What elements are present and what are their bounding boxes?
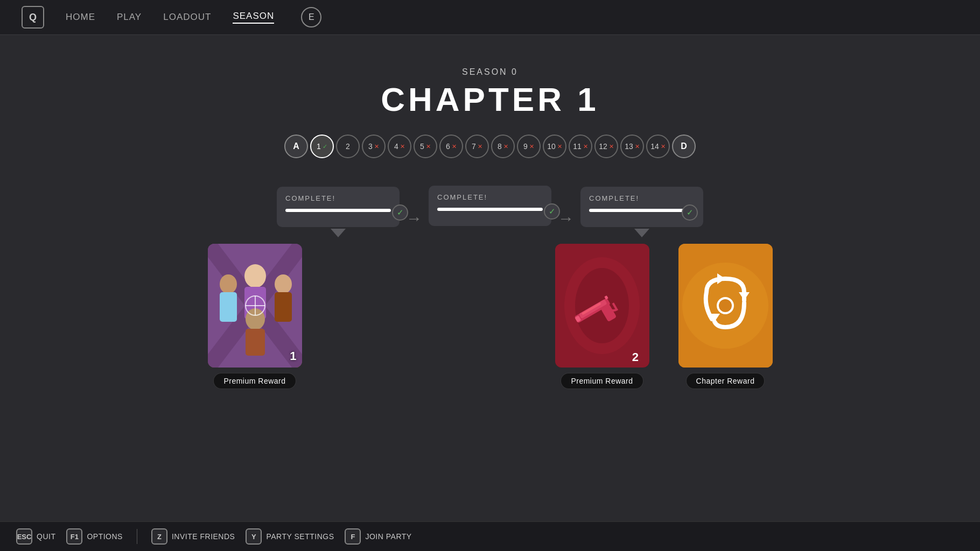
node-12-label: 12 (599, 142, 607, 151)
party-settings-button[interactable]: Y PARTY SETTINGS (246, 528, 334, 545)
reward-1-number: 1 (290, 349, 296, 363)
invite-friends-button[interactable]: Z INVITE FRIENDS (151, 528, 235, 545)
card-3-art (678, 244, 773, 368)
divider-1 (137, 529, 137, 544)
node-9-x: ✕ (529, 143, 534, 150)
reward-group-2: 2 Premium Reward (555, 244, 649, 389)
node-13-label: 13 (625, 142, 633, 151)
node-7-x: ✕ (478, 143, 482, 150)
characters-art: 1 (208, 244, 302, 368)
reward-3-label: Chapter Reward (686, 373, 765, 389)
reward-1-label: Premium Reward (213, 373, 296, 389)
node-2[interactable]: 2 (336, 135, 360, 158)
node-d[interactable]: D (672, 135, 696, 158)
node-8-x: ✕ (503, 143, 508, 150)
milestone-2: COMPLETE! ✓ (429, 186, 551, 238)
chapter-title: CHAPTER 1 (381, 80, 599, 118)
nav-play[interactable]: PLAY (117, 12, 142, 23)
node-7[interactable]: 7 ✕ (465, 135, 489, 158)
reward-group-1: 1 Premium Reward (208, 244, 302, 389)
node-10[interactable]: 10 ✕ (543, 135, 566, 158)
node-6-x: ✕ (452, 143, 457, 150)
nav-season[interactable]: SEASON (233, 11, 274, 24)
milestone-2-progress (437, 208, 543, 211)
milestone-3-check: ✓ (682, 204, 698, 221)
node-10-label: 10 (547, 142, 556, 151)
card-2-art: 2 (555, 244, 649, 368)
quit-label: QUIT (37, 532, 55, 541)
node-11[interactable]: 11 ✕ (569, 135, 592, 158)
node-3[interactable]: 3 ✕ (362, 135, 386, 158)
reward-group-3: Chapter Reward (678, 244, 773, 389)
reward-card-2[interactable]: 2 (555, 244, 649, 368)
nav-home[interactable]: HOME (66, 12, 95, 23)
node-5[interactable]: 5 ✕ (414, 135, 437, 158)
node-6-label: 6 (446, 142, 450, 151)
node-5-x: ✕ (426, 143, 431, 150)
node-13-x: ✕ (635, 143, 640, 150)
node-7-label: 7 (472, 142, 476, 151)
node-d-label: D (681, 142, 687, 151)
node-14-label: 14 (650, 142, 659, 151)
node-14-x: ✕ (661, 143, 666, 150)
milestone-1-label: COMPLETE! (285, 194, 391, 202)
node-a-label: A (293, 142, 299, 151)
reward-card-3[interactable] (678, 244, 773, 368)
svg-rect-8 (275, 292, 292, 322)
milestone-3-box: COMPLETE! ✓ (580, 187, 703, 227)
node-6[interactable]: 6 ✕ (439, 135, 463, 158)
node-5-label: 5 (420, 142, 424, 151)
options-label: OPTIONS (87, 532, 123, 541)
rewards-row: 1 Premium Reward (167, 244, 813, 389)
esc-key: ESC (16, 528, 32, 545)
quit-button[interactable]: ESC QUIT (16, 528, 55, 545)
options-button[interactable]: F1 OPTIONS (66, 528, 123, 545)
milestones-row: COMPLETE! ✓ → COMPLETE! ✓ (277, 180, 703, 244)
milestone-2-fill (437, 208, 543, 211)
svg-point-3 (244, 264, 266, 288)
milestone-2-check: ✓ (544, 203, 560, 220)
nav-logo[interactable]: Q (22, 6, 44, 29)
node-1[interactable]: 1 ✓ (310, 135, 334, 158)
node-12[interactable]: 12 ✕ (594, 135, 618, 158)
e-icon: E (309, 12, 314, 22)
card-1-art (208, 244, 302, 368)
milestone-2-label: COMPLETE! (437, 193, 543, 201)
node-13[interactable]: 13 ✕ (620, 135, 644, 158)
node-10-x: ✕ (557, 143, 562, 150)
svg-text:2: 2 (632, 350, 638, 364)
milestone-1-check: ✓ (392, 204, 408, 221)
node-9-label: 9 (523, 142, 528, 151)
nav-loadout[interactable]: LOADOUT (163, 12, 211, 23)
milestone-3-label: COMPLETE! (589, 194, 695, 202)
milestone-1-progress (285, 209, 391, 212)
node-11-label: 11 (573, 142, 582, 151)
milestone-2-box: COMPLETE! ✓ (429, 186, 551, 226)
node-3-label: 3 (368, 142, 373, 151)
node-8-label: 8 (498, 142, 502, 151)
node-14[interactable]: 14 ✕ (646, 135, 670, 158)
svg-point-7 (275, 274, 292, 294)
node-3-x: ✕ (374, 143, 379, 150)
nav-right-icon[interactable]: E (301, 7, 321, 27)
svg-rect-6 (220, 292, 237, 322)
milestone-3-fill (589, 209, 695, 212)
svg-rect-10 (246, 329, 265, 356)
node-1-check: ✓ (323, 143, 327, 150)
svg-point-5 (220, 274, 237, 294)
party-settings-label: PARTY SETTINGS (266, 532, 334, 541)
join-party-button[interactable]: F JOIN PARTY (345, 528, 411, 545)
node-9[interactable]: 9 ✕ (517, 135, 541, 158)
chapter-nodes: A 1 ✓ 2 3 ✕ 4 ✕ (284, 135, 696, 158)
milestone-3-arrow (634, 229, 649, 237)
node-a[interactable]: A (284, 135, 308, 158)
milestone-1-box: COMPLETE! ✓ (277, 187, 400, 227)
milestone-1-fill (285, 209, 391, 212)
milestone-1: COMPLETE! ✓ (277, 187, 400, 237)
milestone-3: COMPLETE! ✓ (580, 187, 703, 237)
y-key: Y (246, 528, 262, 545)
reward-card-1[interactable]: 1 (208, 244, 302, 368)
node-4[interactable]: 4 ✕ (388, 135, 411, 158)
main-content: SEASON 0 CHAPTER 1 A 1 ✓ 2 3 ✕ 4 (0, 35, 980, 389)
node-8[interactable]: 8 ✕ (491, 135, 515, 158)
